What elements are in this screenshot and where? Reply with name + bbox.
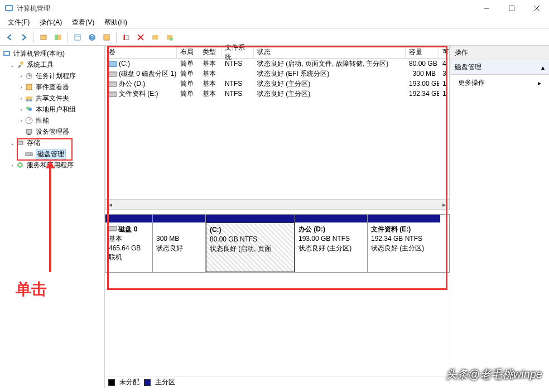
tree-performance[interactable]: › 性能 (0, 115, 104, 126)
folder-share-icon (25, 94, 33, 103)
disk-info[interactable]: 磁盘 0 基本 465.64 GB 联机 (105, 215, 153, 272)
expand-icon[interactable]: › (18, 73, 25, 79)
menu-help[interactable]: 帮助(H) (100, 17, 132, 28)
scroll-left-icon[interactable]: ◂ (105, 200, 115, 209)
tree-scheduler[interactable]: › 任务计划程序 (0, 70, 104, 81)
volume-row[interactable]: (C:) 简单 基本 NTFS 状态良好 (启动, 页面文件, 故障转储, 主分… (105, 59, 449, 69)
partition[interactable]: 办公 (D:) 193.00 GB NTFS 状态良好 (主分区) (295, 215, 368, 272)
svg-point-31 (30, 99, 32, 101)
tb-icon-6[interactable] (120, 31, 132, 43)
collapse-icon[interactable]: ⌄ (9, 140, 16, 146)
svg-point-42 (19, 164, 21, 166)
device-icon (25, 127, 33, 136)
tree-root[interactable]: 计算机管理(本地) (0, 48, 104, 59)
volume-icon (109, 61, 117, 66)
col-layout[interactable]: 布局 (177, 46, 199, 59)
col-extra[interactable]: 可 (439, 46, 449, 59)
svg-point-24 (20, 61, 23, 65)
expand-icon[interactable]: › (18, 84, 25, 90)
svg-rect-14 (104, 35, 109, 40)
tree-storage[interactable]: ⌄ 存储 (0, 137, 104, 148)
volume-row[interactable]: (磁盘 0 磁盘分区 1) 简单 基本 状态良好 (EFI 系统分区) 300 … (105, 69, 449, 79)
expand-icon[interactable]: › (18, 107, 25, 113)
tb-icon-2[interactable] (52, 31, 64, 43)
help-icon[interactable]: ? (86, 31, 98, 43)
actions-more[interactable]: 更多操作 ▸ (450, 75, 549, 91)
col-volume[interactable]: 卷 (105, 46, 177, 59)
svg-rect-38 (17, 141, 23, 144)
minimize-button[interactable] (474, 0, 499, 17)
legend-unallocated: 未分配 (119, 378, 139, 387)
volume-row[interactable]: 办公 (D:) 简单 基本 NTFS 状态良好 (主分区) 193.00 GB … (105, 79, 449, 89)
clock-icon (25, 71, 33, 80)
disk-label: 磁盘 0 (118, 225, 137, 233)
horizontal-scrollbar[interactable]: ◂ ▸ (105, 199, 449, 209)
menu-file[interactable]: 文件(F) (3, 17, 34, 28)
disk-icon (109, 225, 117, 230)
center-pane: 卷 布局 类型 文件系统 状态 容量 可 (C:) 简单 基本 NTFS 状态良… (105, 46, 450, 388)
svg-rect-1 (6, 6, 12, 10)
svg-rect-8 (55, 35, 58, 40)
svg-point-30 (26, 99, 28, 101)
col-filesystem[interactable]: 文件系统 (221, 46, 254, 59)
actions-pane: 操作 磁盘管理 ▴ 更多操作 ▸ (450, 46, 549, 388)
volume-row[interactable]: 文件资料 (E:) 简单 基本 NTFS 状态良好 (主分区) 192.34 G… (105, 89, 449, 99)
maximize-button[interactable] (499, 0, 524, 17)
volume-icon (109, 91, 117, 96)
svg-rect-7 (41, 35, 46, 40)
menu-view[interactable]: 查看(V) (68, 17, 99, 28)
svg-rect-44 (109, 62, 116, 66)
actions-diskmgmt[interactable]: 磁盘管理 ▴ (450, 60, 549, 75)
titlebar: 计算机管理 (0, 0, 549, 17)
tb-icon-1[interactable] (37, 31, 50, 43)
volume-icon (109, 71, 117, 76)
tb-icon-3[interactable] (71, 31, 84, 43)
col-capacity[interactable]: 容量 (406, 46, 439, 59)
tree-services[interactable]: › 服务和应用程序 (0, 159, 104, 171)
forward-button[interactable] (18, 31, 30, 43)
svg-rect-46 (109, 82, 117, 86)
services-icon (16, 161, 25, 170)
expand-icon[interactable]: › (9, 162, 16, 168)
tree-diskmanagement[interactable]: › 磁盘管理 (0, 148, 104, 159)
close-button[interactable] (524, 0, 549, 17)
svg-rect-39 (26, 153, 32, 156)
partition[interactable]: 300 MB 状态良好 (153, 215, 206, 272)
back-button[interactable] (3, 31, 16, 43)
menu-action[interactable]: 操作(A) (35, 17, 66, 28)
svg-rect-19 (152, 35, 158, 40)
tree-eventviewer[interactable]: › 事件查看器 (0, 81, 104, 93)
tree-devicemanager[interactable]: › 设备管理器 (0, 126, 104, 137)
toolbar: ? (0, 29, 549, 46)
svg-text:?: ? (90, 35, 94, 41)
window-title: 计算机管理 (17, 4, 474, 13)
partition-selected[interactable]: (C:) 80.00 GB NTFS 状态良好 (启动, 页面 (206, 215, 295, 272)
tree-sharedfolders[interactable]: › 共享文件夹 (0, 93, 104, 104)
annotation-text: 单击 (16, 279, 47, 300)
svg-rect-36 (26, 129, 32, 133)
tree-systools[interactable]: ⌄ 系统工具 (0, 59, 104, 70)
col-type[interactable]: 类型 (199, 46, 221, 59)
partition[interactable]: 文件资料 (E:) 192.34 GB NTFS 状态良好 (主分区) (368, 215, 440, 272)
tb-icon-8[interactable] (149, 31, 161, 43)
disk-size: 465.64 GB (109, 244, 141, 252)
expand-icon[interactable]: › (18, 95, 25, 101)
disk-state: 联机 (109, 253, 122, 261)
expand-icon[interactable]: › (18, 118, 25, 124)
volume-table: 卷 布局 类型 文件系统 状态 容量 可 (C:) 简单 基本 NTFS 状态良… (105, 46, 450, 210)
svg-rect-23 (4, 52, 9, 55)
svg-rect-45 (109, 72, 117, 76)
svg-rect-28 (26, 84, 32, 90)
tree-localusers[interactable]: › 本地用户和组 (0, 104, 104, 115)
collapse-icon[interactable]: ⌄ (9, 62, 16, 68)
svg-point-40 (30, 154, 31, 155)
legend-swatch-primary (144, 379, 151, 386)
col-status[interactable]: 状态 (254, 46, 406, 59)
menubar: 文件(F) 操作(A) 查看(V) 帮助(H) (0, 17, 549, 29)
tb-icon-5[interactable] (100, 31, 113, 43)
tb-icon-9[interactable] (163, 31, 176, 43)
volume-icon (109, 81, 117, 86)
scroll-right-icon[interactable]: ▸ (439, 200, 449, 209)
legend: 未分配 主分区 (105, 376, 450, 388)
close-red-icon[interactable] (134, 31, 147, 43)
